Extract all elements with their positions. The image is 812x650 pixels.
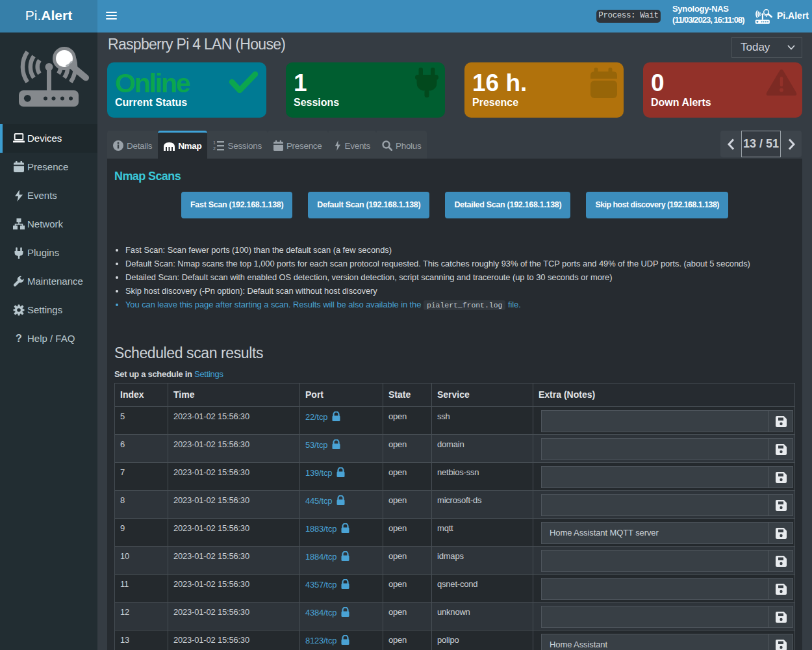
svg-text:1: 1: [213, 140, 216, 145]
svg-text:2: 2: [213, 146, 216, 151]
